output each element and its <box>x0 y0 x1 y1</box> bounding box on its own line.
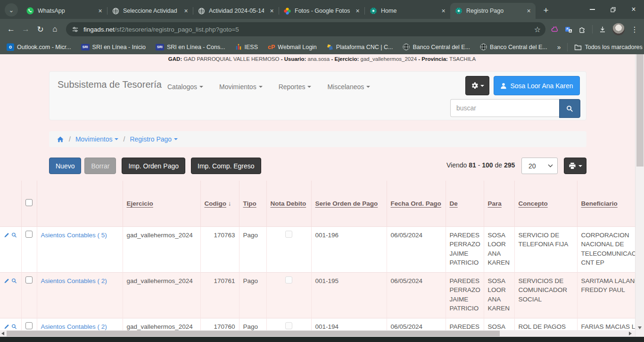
asientos-contables-link[interactable]: Asientos Contables ( 2) <box>41 323 107 330</box>
close-icon[interactable]: × <box>439 7 447 15</box>
header-de[interactable]: De <box>446 181 484 226</box>
tab-actividad[interactable]: Actividad 2024-05-14 × <box>193 3 279 19</box>
edit-pencil-icon[interactable] <box>4 323 9 330</box>
print-button[interactable] <box>564 158 586 174</box>
scroll-right-icon[interactable] <box>629 332 632 335</box>
session-info-bar: GAD: GAD PARROQUIAL VALLE HERMOSO - Usua… <box>0 56 644 62</box>
restore-button[interactable] <box>603 0 623 19</box>
search-input[interactable] <box>450 99 559 117</box>
reload-button[interactable]: ↻ <box>33 22 48 37</box>
menu-movimientos[interactable]: Movimientos <box>219 83 263 91</box>
profile-avatar[interactable] <box>612 23 625 35</box>
header-beneficiario[interactable]: Beneficiario <box>577 181 644 226</box>
view-magnifier-icon[interactable] <box>11 277 17 284</box>
browser-toolbar: ← → ↻ ⌂ fingads.net/sf2/tesoreria/regist… <box>0 19 644 40</box>
scroll-down-icon[interactable] <box>638 326 642 329</box>
close-icon[interactable]: × <box>96 7 104 15</box>
asientos-contables-link[interactable]: Asientos Contables ( 2) <box>41 277 107 284</box>
menu-reportes[interactable]: Reportes <box>279 83 312 91</box>
tab-seleccione-actividad[interactable]: Seleccione Actividad × <box>107 3 193 19</box>
borrar-button[interactable]: Borrar <box>84 158 116 174</box>
toolbar-extensions: ⋮ <box>549 23 640 35</box>
breadcrumb-registro-pago[interactable]: Registro Pago <box>130 135 178 143</box>
bookmark-banco-central-1[interactable]: Banco Central del E... <box>403 43 470 50</box>
downloads-icon[interactable] <box>599 25 606 33</box>
extensions-puzzle-icon[interactable] <box>578 25 586 33</box>
header-tipo[interactable]: Tipo <box>239 181 266 226</box>
tab-search-button[interactable]: ⌄ <box>5 3 18 17</box>
viewing-of: de <box>495 161 503 169</box>
nuevo-button[interactable]: Nuevo <box>49 158 81 174</box>
close-icon[interactable]: × <box>182 7 190 15</box>
asientos-contables-link[interactable]: Asientos Contables ( 5) <box>41 232 107 239</box>
menu-miscelaneos[interactable]: Miscelaneos <box>327 83 370 91</box>
page-size-select[interactable]: 20 <box>521 158 558 174</box>
cell-fecha: 06/05/2024 <box>387 272 446 318</box>
forward-button[interactable]: → <box>18 22 33 37</box>
header-para[interactable]: Para <box>484 181 514 226</box>
tab-google-fotos[interactable]: Fotos - Google Fotos × <box>279 3 364 19</box>
row-checkbox[interactable] <box>25 276 33 284</box>
caret-down-icon <box>578 165 582 167</box>
edit-pencil-icon[interactable] <box>4 277 9 284</box>
browser-menu-icon[interactable]: ⋮ <box>631 25 638 34</box>
extension-cloud-icon[interactable] <box>551 25 559 33</box>
bookmark-star-icon[interactable]: ☆ <box>534 25 541 34</box>
header-concepto[interactable]: Concepto <box>514 181 577 226</box>
bookmark-sri-consultas[interactable]: SRISRI en Línea - Cons... <box>156 44 225 50</box>
table-header-row: Ejercicio Codigo ↓ Tipo Nota Debito Seri… <box>0 181 644 226</box>
close-window-button[interactable]: × <box>623 0 644 19</box>
menu-catalogos[interactable]: Catalogos <box>167 83 203 91</box>
close-icon[interactable]: × <box>354 7 362 15</box>
reload-icon: ↻ <box>37 25 43 34</box>
provincia-value: TSACHILA <box>449 56 476 62</box>
bookmark-outlook[interactable]: oOutlook.com - Micr... <box>7 43 71 51</box>
tab-label: Actividad 2024-05-14 <box>209 8 264 14</box>
scroll-left-icon[interactable] <box>1 332 4 335</box>
breadcrumb-separator: / <box>123 135 125 143</box>
view-magnifier-icon[interactable] <box>11 232 17 239</box>
bookmark-banco-central-2[interactable]: Banco Central del E... <box>480 43 547 50</box>
header-codigo[interactable]: Codigo ↓ <box>200 181 239 226</box>
imp-comp-egreso-button[interactable]: Imp. Comp. Egreso <box>191 158 261 174</box>
header-fecha[interactable]: Fecha Ord. Pago <box>387 181 446 226</box>
bookmark-iess[interactable]: IESS <box>235 44 258 50</box>
home-button[interactable]: ⌂ <box>48 22 62 37</box>
bookmarks-overflow-icon[interactable]: » <box>557 43 561 51</box>
user-menu-button[interactable]: Sosa Loor Ana Karen <box>494 76 580 95</box>
select-all-checkbox[interactable] <box>25 199 33 206</box>
all-bookmarks-button[interactable]: Todos los marcadores <box>574 44 642 50</box>
tab-home[interactable]: Home × <box>365 3 450 19</box>
folder-icon <box>574 44 582 50</box>
vertical-scrollbar[interactable] <box>635 54 644 337</box>
row-checkbox[interactable] <box>25 322 33 329</box>
home-icon[interactable] <box>57 136 64 143</box>
bookmark-webmail[interactable]: cPWebmail Login <box>268 44 317 50</box>
new-tab-button[interactable]: + <box>539 4 553 17</box>
horizontal-scroll-thumb[interactable] <box>7 331 500 336</box>
tab-registro-pago-active[interactable]: Registro Pago × <box>450 3 536 19</box>
header-ejercicio[interactable]: Ejercicio <box>123 181 200 226</box>
header-nota-debito[interactable]: Nota Debito <box>266 181 311 226</box>
close-icon[interactable]: × <box>525 7 533 15</box>
back-button[interactable]: ← <box>4 22 18 37</box>
imp-orden-pago-button[interactable]: Imp. Orden Pago <box>122 158 185 174</box>
settings-button[interactable] <box>465 76 489 95</box>
close-icon[interactable]: × <box>268 7 276 15</box>
tab-whatsapp[interactable]: WhatsApp × <box>22 3 107 19</box>
minimize-button[interactable] <box>582 0 603 19</box>
edit-pencil-icon[interactable] <box>4 232 9 239</box>
address-bar[interactable]: fingads.net/sf2/tesoreria/registro_pago_… <box>66 22 545 36</box>
translate-icon[interactable] <box>565 25 572 33</box>
bookmark-label: SRI en Línea - Cons... <box>167 44 225 50</box>
search-button[interactable] <box>559 99 580 118</box>
bookmark-cnc[interactable]: Plataforma CNC | C... <box>327 44 393 50</box>
forward-icon: → <box>22 25 30 34</box>
breadcrumb-movimientos[interactable]: Movimientos <box>75 135 119 143</box>
bookmark-sri-inicio[interactable]: SRISRI en Línea - Inicio <box>81 44 146 50</box>
view-magnifier-icon[interactable] <box>11 323 17 330</box>
vertical-scroll-thumb[interactable] <box>636 54 644 167</box>
horizontal-scrollbar[interactable] <box>0 330 635 337</box>
header-serie[interactable]: Serie Orden de Pago <box>311 181 387 226</box>
row-checkbox[interactable] <box>25 231 33 238</box>
